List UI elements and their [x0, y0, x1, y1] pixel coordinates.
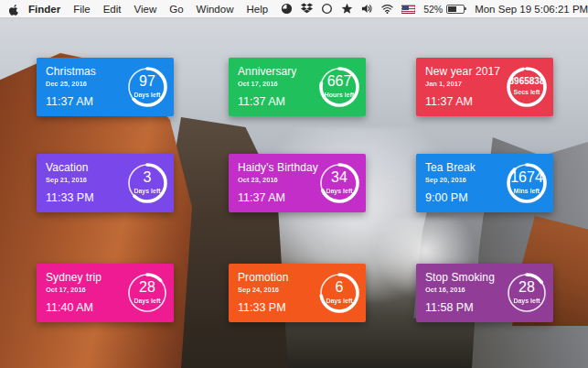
countdown-value: 28 [519, 280, 535, 295]
countdown-card[interactable]: Sydney trip Oct 17, 2016 11:40 AM 28 Day… [37, 264, 174, 322]
countdown-ring: 6 Days left [317, 271, 361, 315]
countdown-unit: Days left [134, 92, 160, 98]
current-time: 11:37 AM [238, 191, 285, 204]
menu-view[interactable]: View [134, 4, 157, 15]
current-time: 9:00 PM [425, 191, 468, 204]
pie-chart-icon[interactable] [281, 3, 293, 15]
star-icon[interactable] [341, 3, 353, 15]
current-time: 11:37 AM [425, 95, 473, 108]
countdown-ring: 28 Days left [505, 271, 549, 315]
current-time: 11:33 PM [46, 191, 94, 204]
countdown-card[interactable]: New year 2017 Jan 1, 2017 11:37 AM 89658… [416, 58, 553, 116]
current-time: 11:37 AM [238, 95, 285, 108]
countdown-unit: Hours left [325, 92, 355, 98]
menu-bar-clock[interactable]: Mon Sep 19 5:06:21 PM [475, 4, 588, 15]
menu-go[interactable]: Go [169, 4, 183, 15]
countdown-unit: Days left [134, 298, 160, 304]
battery-percent: 52% [423, 4, 443, 15]
countdown-card[interactable]: Stop Smoking Oct 16, 2016 11:58 PM 28 Da… [416, 264, 553, 322]
apple-logo-icon [9, 3, 20, 16]
event-date: Sep 24, 2016 [238, 286, 279, 294]
menu-window[interactable]: Window [197, 4, 234, 15]
countdown-value: 1674 [510, 170, 543, 185]
event-title: Stop Smoking [425, 271, 495, 284]
volume-icon[interactable] [361, 3, 373, 15]
countdown-value: 28 [139, 280, 155, 295]
circle-icon[interactable] [321, 3, 333, 15]
event-title: Vacation [46, 161, 89, 174]
event-title: Promotion [238, 271, 289, 284]
battery-icon [446, 5, 465, 14]
event-title: Tea Break [425, 161, 476, 174]
countdown-ring: 97 Days left [125, 65, 169, 109]
countdown-ring: 3 Days left [125, 161, 169, 205]
current-time: 11:58 PM [425, 301, 474, 314]
countdown-ring: 1674 Mins left [505, 161, 549, 205]
event-title: New year 2017 [425, 65, 500, 78]
countdown-unit: Days left [326, 298, 352, 304]
event-date: Dec 25, 2016 [46, 80, 87, 88]
countdown-value: 6 [336, 280, 344, 295]
event-date: Jan 1, 2017 [425, 80, 462, 88]
battery-status[interactable]: 52% [423, 4, 465, 15]
menu-items: FileEditViewGoWindowHelp [73, 4, 281, 15]
countdown-unit: Secs left [514, 89, 540, 95]
desktop: Finder FileEditViewGoWindowHelp [0, 0, 588, 368]
current-time: 11:40 AM [46, 301, 93, 314]
countdown-ring: 28 Days left [125, 271, 169, 315]
event-title: Christmas [46, 65, 96, 78]
event-date: Oct 23, 2016 [238, 176, 278, 184]
countdown-card[interactable]: Vacation Sep 21, 2016 11:33 PM 3 Days le… [37, 154, 174, 212]
current-time: 11:33 PM [238, 301, 286, 314]
countdown-value: 97 [139, 74, 155, 89]
active-app-name[interactable]: Finder [28, 4, 60, 15]
countdown-card[interactable]: Christmas Dec 25, 2016 11:37 AM 97 Days … [37, 58, 174, 116]
event-date: Oct 17, 2016 [238, 80, 278, 88]
countdown-unit: Days left [134, 188, 160, 194]
event-date: Sep 20, 2016 [425, 176, 466, 184]
menu-help[interactable]: Help [246, 4, 268, 15]
apple-menu[interactable] [9, 0, 28, 18]
countdown-card[interactable]: Haidy's Birthday Oct 23, 2016 11:37 AM 3… [229, 154, 366, 212]
event-title: Haidy's Birthday [238, 161, 318, 174]
countdown-ring: 667 Hours left [317, 65, 361, 109]
current-time: 11:37 AM [46, 95, 93, 108]
menu-edit[interactable]: Edit [103, 4, 122, 15]
countdown-ring: 34 Days left [317, 161, 361, 205]
event-date: Oct 17, 2016 [46, 286, 86, 294]
us-flag-icon[interactable] [401, 5, 415, 14]
event-date: Oct 16, 2016 [425, 286, 465, 294]
countdown-card[interactable]: Promotion Sep 24, 2016 11:33 PM 6 Days l… [229, 264, 366, 322]
countdown-value: 34 [331, 170, 347, 185]
countdown-unit: Days left [326, 188, 352, 194]
countdown-value: 8965838 [509, 77, 545, 86]
countdown-card[interactable]: Anniversary Oct 17, 2016 11:37 AM 667 Ho… [229, 58, 366, 116]
countdown-value: 667 [327, 74, 352, 89]
countdown-value: 3 [144, 170, 152, 185]
dropbox-icon[interactable] [301, 3, 313, 15]
countdown-unit: Days left [513, 298, 540, 304]
countdown-unit: Mins left [514, 188, 540, 194]
countdown-card[interactable]: Tea Break Sep 20, 2016 9:00 PM 1674 Mins… [416, 154, 553, 212]
event-date: Sep 21, 2016 [46, 176, 87, 184]
countdown-ring: 8965838 Secs left [505, 65, 549, 109]
event-title: Anniversary [238, 65, 296, 78]
menu-file[interactable]: File [73, 4, 91, 15]
wifi-icon[interactable] [381, 3, 393, 15]
menu-bar: Finder FileEditViewGoWindowHelp [0, 0, 588, 18]
event-title: Sydney trip [46, 271, 102, 284]
